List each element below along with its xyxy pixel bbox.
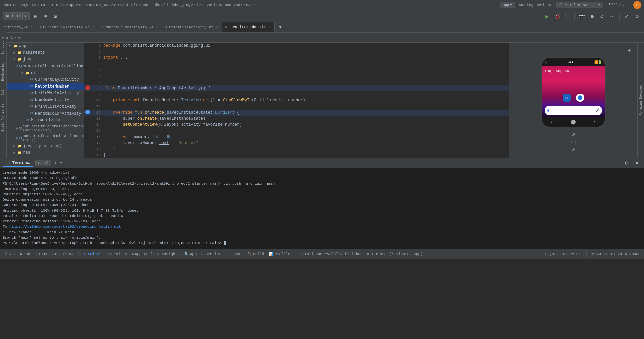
code-line: 10 private val favoriteNumber: TextView … — [84, 97, 509, 103]
expand-arrow: ▶ — [12, 51, 16, 55]
tab-close-icon[interactable]: × — [216, 25, 218, 29]
more-tabs-btn[interactable]: ▾ — [276, 22, 285, 31]
tab-favoritenumber[interactable]: K FavoriteNumber.kt × — [222, 22, 275, 32]
app-quality-label: App Quality Insights — [135, 252, 180, 256]
terminal-tab[interactable]: ⬛ Terminal — [3, 159, 33, 167]
phone-chrome-icon[interactable]: 🔵 — [576, 94, 584, 102]
git-btn[interactable]: ⎇ Git — [1, 251, 18, 257]
sidebar-label: PrintListActivity — [35, 104, 76, 109]
device-dropdown[interactable]: app ▾ — [500, 2, 515, 8]
google-icon: G — [547, 109, 549, 113]
expand-arrow: ▼ — [8, 44, 12, 48]
record-btn[interactable]: ⏺ — [588, 12, 596, 21]
expand-btn[interactable]: ⤢ — [622, 12, 631, 21]
app-quality-icon: ◈ — [132, 252, 134, 256]
terminal-btn[interactable]: ⬛ Terminal — [76, 251, 103, 257]
tab-activity-kt[interactable]: activity_kt × — [0, 22, 36, 32]
sidebar-item-res-gen[interactable]: 📁 res (generated) — [7, 156, 84, 158]
services-btn[interactable]: ☁ Services — [104, 251, 129, 257]
home-icon[interactable]: ⬤ — [571, 119, 576, 125]
more-btn[interactable]: ⋯ — [608, 12, 617, 21]
structure-tab[interactable]: Structure — [1, 35, 5, 56]
sidebar-item-ui[interactable]: ▼ 📁 ui — [7, 70, 84, 76]
tab-currentday[interactable]: K CurrentDayActivity.kt × — [36, 22, 98, 32]
profiler-btn[interactable]: 📊 Profiler — [267, 251, 294, 257]
android-dropdown[interactable]: Android ▾ — [3, 12, 30, 20]
sidebar-item-app[interactable]: ▼ 📁 app — [7, 43, 84, 49]
refresh-btn[interactable]: ↺ — [598, 12, 607, 21]
sidebar-item-favoritenumber[interactable]: Kt FavoriteNumber — [7, 83, 84, 90]
phone-signal-icons: 📶🔋 — [594, 60, 602, 64]
app-inspection-btn[interactable]: 🔍 App Inspection — [182, 251, 223, 257]
charset: UTF-8 — [611, 252, 622, 256]
sidebar-item-androidtest[interactable]: ▶ ⬡ com.driuft.androidkotlindebugging (a… — [7, 124, 84, 133]
nav-arrow-down[interactable]: ∨ — [18, 35, 20, 40]
add-terminal-btn[interactable]: + — [54, 160, 57, 166]
terminal-local-dropdown[interactable]: Local — [35, 160, 51, 166]
sidebar-item-java-gen[interactable]: ▶ 📁 java (generated) — [7, 143, 84, 149]
code-editor[interactable]: 1 package com.driuft.androidkotlindebugg… — [84, 43, 509, 158]
sidebar-item-java[interactable]: ▼ 📁 java — [7, 56, 84, 63]
sidebar-item-printlist[interactable]: Kt PrintListActivity — [7, 103, 84, 110]
sidebar-item-res[interactable]: ▶ 📁 res — [7, 149, 84, 156]
run-label: Run — [23, 252, 30, 256]
camera-btn[interactable]: 📷 — [577, 12, 586, 21]
run-btn[interactable]: ▶ — [543, 12, 551, 21]
settings-btn[interactable]: ⚙ — [51, 12, 60, 21]
build-btn[interactable]: 🔨 Build — [245, 251, 266, 257]
bottom-right-info: Layout Inspector 16:29 LF UTF-8 4 spaces — [543, 251, 643, 257]
add-emulator-btn[interactable]: + — [625, 46, 634, 55]
tab-close-icon[interactable]: × — [269, 25, 271, 29]
terminal-settings-btn[interactable]: ⚙ — [622, 159, 631, 167]
line-number: 12 — [91, 110, 103, 116]
ratio-label: 1:1 — [570, 140, 576, 144]
phone-messages-icon[interactable]: ✉ — [563, 94, 571, 102]
expand-arrow: ▼ — [20, 71, 24, 75]
tab-printlist[interactable]: K PrintListActivity.kt × — [162, 22, 222, 32]
sidebar-item-mainactivity[interactable]: Kt MainActivity — [7, 117, 84, 124]
sidebar-item-numsum[interactable]: Kt NumSumActivity — [7, 97, 84, 103]
recents-icon[interactable]: ▪ — [593, 119, 596, 124]
terminal-label: Terminal — [83, 252, 101, 256]
rotate-btn[interactable]: ↺ — [569, 130, 578, 139]
terminal-content[interactable]: create mode 100644 gradlew.bat create mo… — [0, 168, 644, 249]
debug-btn[interactable]: 🐞 — [553, 12, 562, 21]
sidebar-item-manifests[interactable]: ▶ 📁 manifests — [7, 49, 84, 56]
sidebar-item-randomcolor[interactable]: Kt RandomColorActivity — [7, 110, 84, 117]
terminal-options-btn[interactable]: ▾ — [60, 160, 62, 166]
git-tab[interactable]: Git — [1, 88, 5, 97]
layout-inspector-btn[interactable]: Layout Inspector — [543, 251, 583, 257]
run-btn[interactable]: ▶ Run — [18, 251, 32, 257]
sidebar-item-helloworld[interactable]: Kt HelloWorldActivity — [7, 90, 84, 97]
tab-close-icon[interactable]: × — [156, 25, 158, 29]
build-variants-tab[interactable]: Build Variants — [1, 102, 5, 133]
problems-btn[interactable]: ⚠ Problems — [50, 251, 75, 257]
sync-btn[interactable]: ⊕ — [31, 12, 40, 21]
structure-btn[interactable]: ≡ — [41, 12, 50, 21]
run-to-icon[interactable] — [85, 110, 90, 114]
nav-arrow-up[interactable]: ∧ — [14, 35, 17, 40]
sidebar-item-test[interactable]: ▶ ⬡ com.driuft.androidkotlindebugging (t… — [7, 133, 84, 143]
phone-time-label: ●●● — [568, 60, 573, 64]
sidebar-item-currentday[interactable]: Kt CurrentDayActivity — [7, 76, 84, 83]
sidebar-item-package-main[interactable]: ▼ ⬡ com.driuft.androidkotlindebugging — [7, 63, 84, 70]
breakpoint-icon[interactable] — [85, 85, 90, 90]
github-link[interactable]: https://github.com/coderkai03/debugging-… — [9, 225, 121, 229]
todo-btn[interactable]: ☑ TODO — [33, 251, 49, 257]
status-text: Install successfully finished in 116 ms.… — [298, 252, 423, 256]
stop-btn[interactable]: ⬛ — [563, 12, 572, 21]
tab-randomcolor[interactable]: K RandomColorActivity.kt × — [98, 22, 162, 32]
app-quality-btn[interactable]: ◈ App Quality Insights — [130, 251, 182, 257]
bookmarks-tab[interactable]: Bookmarks — [1, 62, 5, 82]
line-content: import ... — [103, 55, 509, 61]
terminal-hide-btn[interactable]: ✕ — [633, 159, 641, 167]
settings2-btn[interactable]: ⚙ — [633, 12, 641, 21]
fit-btn[interactable]: ⤢ — [569, 145, 578, 154]
tab-close-icon[interactable]: × — [93, 25, 95, 29]
back-icon[interactable]: ◁ — [550, 119, 553, 125]
tab-close-icon[interactable]: × — [31, 25, 33, 29]
minimize-btn[interactable]: — — [61, 12, 70, 21]
phone-search-bar[interactable]: G 🎤 — [545, 106, 602, 115]
logcat-btn[interactable]: ≡ Logcat — [224, 251, 244, 257]
running-devices-tab[interactable]: Running Devices — [637, 43, 644, 158]
